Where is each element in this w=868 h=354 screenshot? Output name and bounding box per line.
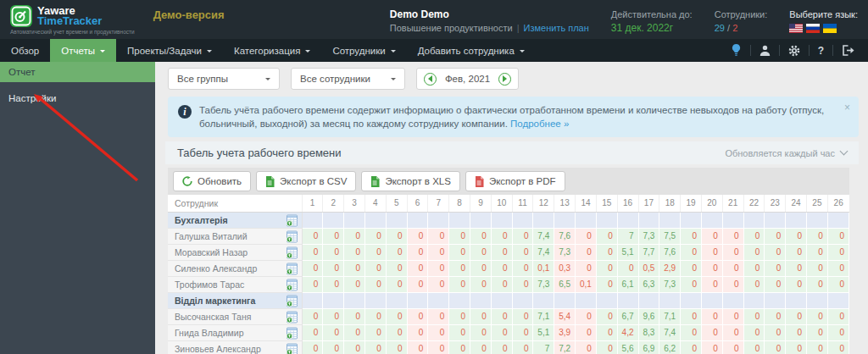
- group-day-cell: [827, 292, 849, 308]
- hours-cell: 0: [807, 308, 828, 324]
- nav-item-reports[interactable]: Отчеты: [50, 39, 116, 62]
- group-day-cell: [722, 292, 743, 308]
- calendar-icon[interactable]: [286, 262, 298, 275]
- hours-cell: 0: [449, 244, 470, 260]
- sidebar-item-report[interactable]: Отчет: [0, 62, 155, 82]
- timesheet-row: Гнида Владимир000000000005,13,9004,28,37…: [168, 324, 849, 340]
- hours-cell: 6,7: [617, 308, 638, 324]
- hours-cell: 0: [722, 244, 743, 260]
- group-day-cell: [617, 212, 638, 228]
- chevron-down-icon: [391, 78, 396, 83]
- day-col-header: 22: [743, 195, 765, 212]
- refresh-button[interactable]: Обновить: [173, 171, 251, 191]
- hours-cell: 0: [491, 276, 512, 292]
- timesheet-row: Галушка Виталий000000000007,47,60077,37,…: [168, 228, 849, 244]
- calendar-icon[interactable]: [286, 278, 298, 291]
- hours-cell: 0: [786, 340, 807, 354]
- hours-cell: 0: [786, 324, 807, 340]
- export-xls-button[interactable]: Экспорт в XLS: [361, 171, 459, 191]
- hours-cell: 0: [491, 228, 512, 244]
- hours-cell: 6,3: [638, 276, 659, 292]
- hours-cell: 0: [428, 308, 449, 324]
- hours-cell: 0: [596, 276, 617, 292]
- next-month-button[interactable]: [498, 73, 511, 86]
- hours-cell: 0: [743, 276, 765, 292]
- hours-cell: 7,3: [533, 276, 554, 292]
- hours-cell: 0: [302, 228, 323, 244]
- change-plan-link[interactable]: Изменить план: [524, 23, 589, 33]
- language-label: Выберите язык:: [789, 8, 858, 21]
- app-logo[interactable]: Yaware TimeTracker Автоматический учет в…: [10, 5, 135, 35]
- user-icon[interactable]: [751, 45, 779, 57]
- hours-cell: 0: [807, 260, 828, 276]
- groups-dropdown[interactable]: Все группы: [168, 68, 280, 90]
- hours-cell: 0: [701, 324, 722, 340]
- employees-inactive-count[interactable]: 2: [732, 23, 737, 33]
- calendar-icon[interactable]: [286, 246, 298, 259]
- hours-cell: 6,1: [617, 276, 638, 292]
- day-col-header: 26: [827, 195, 849, 212]
- hours-cell: 0: [743, 228, 765, 244]
- hours-cell: 0: [449, 228, 470, 244]
- employees-separator: /: [727, 23, 730, 33]
- timesheet-header-row: Сотрудник1234567891011121314151617181920…: [168, 195, 849, 212]
- hours-cell: 0: [449, 324, 470, 340]
- hours-cell: 0: [323, 276, 344, 292]
- account-block: Demo Demo Повышение продуктивности|Измен…: [390, 8, 589, 35]
- bulb-icon[interactable]: [722, 44, 750, 57]
- hours-cell: 0: [576, 260, 597, 276]
- nav-item-employees[interactable]: Сотрудники: [321, 39, 406, 62]
- us-flag[interactable]: [789, 24, 803, 33]
- nav-item-overview[interactable]: Обзор: [0, 39, 50, 62]
- close-icon[interactable]: ×: [844, 101, 850, 114]
- day-col-header: 3: [344, 195, 365, 212]
- group-day-cell: [807, 292, 828, 308]
- more-link[interactable]: Подробнее »: [510, 119, 569, 129]
- calendar-icon[interactable]: [286, 230, 298, 243]
- hours-cell: 7,5: [659, 228, 681, 244]
- export-pdf-button[interactable]: Экспорт в PDF: [465, 171, 565, 191]
- calendar-icon[interactable]: [286, 342, 298, 354]
- nav-item-categorization[interactable]: Категоризация: [223, 39, 321, 62]
- export-csv-button[interactable]: Экспорт в CSV: [256, 171, 356, 191]
- hours-cell: 3,9: [554, 324, 576, 340]
- hours-cell: 0: [407, 276, 428, 292]
- group-day-cell: [386, 212, 407, 228]
- hours-cell: 7,3: [554, 244, 576, 260]
- license-label: Действительна до:: [611, 8, 693, 21]
- calendar-icon[interactable]: [286, 310, 298, 324]
- help-icon[interactable]: ?: [810, 45, 832, 57]
- nav-item-add-employee[interactable]: Добавить сотрудника: [407, 39, 536, 62]
- hours-cell: 0: [786, 260, 807, 276]
- sidebar-item-settings[interactable]: Настройки: [0, 88, 155, 108]
- hours-cell: 0: [428, 228, 449, 244]
- hours-cell: 0: [491, 260, 512, 276]
- calendar-icon[interactable]: [286, 326, 298, 340]
- hours-cell: 0: [722, 308, 743, 324]
- hours-cell: 0: [491, 340, 512, 354]
- hours-cell: 0: [364, 228, 386, 244]
- ru-flag[interactable]: [806, 24, 820, 33]
- day-col-header: 13: [554, 195, 576, 212]
- hours-cell: 0: [386, 276, 407, 292]
- employees-active-count[interactable]: 29: [715, 23, 725, 33]
- hours-cell: 0: [302, 244, 323, 260]
- employees-count-block: Сотрудники: 29 / 2: [715, 8, 768, 35]
- prev-month-button[interactable]: [424, 73, 437, 86]
- calendar-icon[interactable]: [286, 294, 298, 307]
- ua-flag[interactable]: [823, 24, 837, 33]
- day-col-header: 11: [512, 195, 533, 212]
- hours-cell: 7: [533, 340, 554, 354]
- update-interval-dropdown[interactable]: Обновляется каждый час: [725, 148, 847, 158]
- hours-cell: 0: [470, 324, 492, 340]
- employees-dropdown[interactable]: Все сотрудники: [291, 68, 405, 90]
- hours-cell: 0: [407, 228, 428, 244]
- hours-cell: 0: [701, 276, 722, 292]
- group-day-cell: [701, 212, 722, 228]
- calendar-icon[interactable]: [286, 213, 298, 227]
- yaware-logo-icon: [10, 5, 32, 27]
- logout-icon[interactable]: [833, 45, 863, 56]
- group-day-cell: [428, 212, 449, 228]
- nav-item-projects[interactable]: Проекты/Задачи: [116, 39, 223, 62]
- gear-icon[interactable]: [780, 45, 809, 57]
